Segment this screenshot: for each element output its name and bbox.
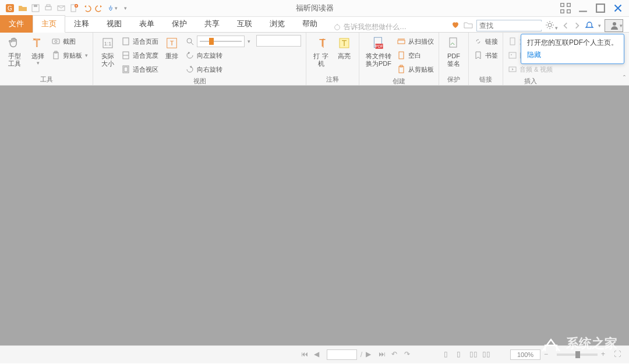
nav-fwd-icon[interactable]: ↷	[404, 350, 414, 359]
gear-icon[interactable]: ▾	[545, 20, 558, 31]
rotate-left-button[interactable]: 向左旋转	[185, 49, 250, 62]
group-insert-label: 插入	[508, 76, 553, 86]
tab-home[interactable]: 主页	[33, 15, 65, 33]
reflow-label: 重排	[165, 52, 178, 60]
nav-back-icon[interactable]: ↶	[391, 350, 401, 359]
facing-icon[interactable]: ▯▯	[469, 350, 479, 359]
group-view: 1:1 实际 大小 适合页面 适合宽度 适合视区 T 重排 ▾ 向左旋转 向右旋…	[93, 33, 306, 85]
document-canvas	[0, 86, 629, 345]
bookmark-button[interactable]: 书签	[473, 49, 498, 62]
group-create-label: 创建	[364, 76, 434, 86]
actual-size-button[interactable]: 1:1 实际 大小	[98, 35, 118, 76]
next-page-icon[interactable]: ▶	[366, 350, 375, 359]
tab-view[interactable]: 视图	[98, 15, 130, 33]
group-tools-label: 工具	[5, 74, 88, 84]
pdf-sign-button[interactable]: PDF 签名	[444, 35, 464, 74]
tab-protect[interactable]: 保护	[163, 15, 196, 33]
folder-icon[interactable]	[464, 20, 473, 31]
svg-rect-11	[561, 10, 564, 13]
link-button[interactable]: 链接	[473, 35, 498, 48]
zoom-track[interactable]	[557, 354, 598, 356]
svg-text:T: T	[170, 40, 174, 47]
bell-icon[interactable]	[585, 21, 594, 30]
mail-icon[interactable]	[56, 3, 66, 13]
highlight-button[interactable]: T 高亮	[334, 35, 354, 74]
svg-text:T: T	[342, 38, 347, 48]
group-protect: PDF 签名 保护	[439, 33, 469, 85]
redo-icon[interactable]	[94, 3, 105, 13]
svg-rect-50	[509, 52, 516, 58]
new-doc-icon[interactable]	[69, 3, 79, 13]
actual-size-label: 实际 大小	[98, 52, 118, 68]
audio-video-button[interactable]: 音频 & 视频	[508, 63, 553, 76]
tab-bar: 文件 主页 注释 视图 表单 保护 共享 互联 浏览 帮助 告诉我您想做什么… …	[0, 17, 629, 33]
group-view-label: 视图	[98, 76, 301, 86]
reflow-button[interactable]: T 重排	[162, 35, 182, 76]
from-scanner-button[interactable]: 从扫描仪	[397, 35, 434, 48]
tooltip-text: 打开您的互联PDF个人主页。	[527, 38, 618, 48]
from-clipboard-button[interactable]: 从剪贴板	[397, 63, 434, 76]
convert-to-pdf-button[interactable]: PDF 将文件转 换为PDF	[364, 35, 393, 76]
select-tool-label: 选择	[31, 52, 44, 60]
svg-rect-45	[399, 52, 404, 59]
blank-page-button[interactable]: 空白	[397, 49, 434, 62]
page-number-input[interactable]	[327, 349, 357, 360]
app-icon: G	[5, 3, 15, 13]
zoom-value[interactable]: 100%	[510, 349, 540, 360]
user-avatar[interactable]: ▾	[605, 19, 623, 32]
pdf-sign-label: PDF 签名	[444, 52, 464, 68]
fit-width-button[interactable]: 适合宽度	[121, 49, 158, 62]
svg-text:PDF: PDF	[376, 44, 383, 48]
last-page-icon[interactable]: ⏭	[379, 350, 388, 359]
snapshot-button[interactable]: 截图	[51, 35, 88, 48]
svg-rect-49	[510, 38, 515, 45]
undo-icon[interactable]	[82, 3, 92, 13]
collapse-ribbon-icon[interactable]: ˆ	[623, 75, 626, 83]
search-box[interactable]	[476, 20, 542, 31]
font-dropdown[interactable]	[256, 35, 301, 47]
prev-page-icon[interactable]: ◀	[314, 350, 323, 359]
tab-comment[interactable]: 注释	[65, 15, 98, 33]
rotate-right-button[interactable]: 向右旋转	[185, 63, 250, 76]
zoom-slider[interactable]	[197, 36, 245, 47]
group-links-label: 链接	[473, 74, 498, 84]
print-icon[interactable]	[43, 3, 54, 13]
tab-connect[interactable]: 互联	[228, 15, 261, 33]
tell-me-box[interactable]: 告诉我您想做什么…	[333, 22, 407, 32]
nav-prev-icon[interactable]	[561, 22, 570, 30]
svg-text:T: T	[319, 37, 326, 49]
nav-next-icon[interactable]	[573, 22, 581, 30]
svg-text:1:1: 1:1	[104, 41, 112, 47]
tab-form[interactable]: 表单	[130, 15, 163, 33]
svg-text:G: G	[8, 5, 12, 12]
continuous-facing-icon[interactable]: ▯▯	[482, 350, 492, 359]
touch-mode-icon[interactable]: ▾	[107, 3, 118, 13]
zoom-slider-row[interactable]: ▾	[185, 35, 250, 48]
close-icon[interactable]	[612, 3, 624, 13]
save-icon[interactable]	[30, 3, 41, 13]
first-page-icon[interactable]: ⏮	[301, 350, 310, 359]
fit-visible-button[interactable]: 适合视区	[121, 63, 158, 76]
group-tools: 手型 工具 T 选择▾ 截图 剪贴板▾ 工具	[0, 33, 93, 85]
window-title: 福昕阅读器	[296, 3, 334, 13]
heart-icon[interactable]	[451, 20, 460, 31]
ribbon-display-icon[interactable]	[559, 3, 572, 13]
fit-page-button[interactable]: 适合页面	[121, 35, 158, 48]
typewriter-button[interactable]: T 打 字机	[311, 35, 331, 74]
window-controls	[559, 3, 624, 13]
qat-customize-icon[interactable]: ▾	[120, 3, 130, 13]
tab-share[interactable]: 共享	[196, 15, 228, 33]
tab-browse[interactable]: 浏览	[261, 15, 294, 33]
svg-rect-4	[45, 6, 51, 10]
select-tool-button[interactable]: T 选择▾	[28, 35, 48, 74]
open-icon[interactable]	[17, 3, 28, 13]
tooltip-hide-link[interactable]: 隐藏	[527, 50, 618, 60]
maximize-icon[interactable]	[594, 3, 607, 13]
hand-tool-button[interactable]: 手型 工具	[5, 35, 24, 74]
minimize-icon[interactable]	[577, 3, 589, 13]
clipboard-button[interactable]: 剪贴板▾	[51, 49, 88, 62]
continuous-icon[interactable]: ▯	[457, 350, 466, 359]
single-page-icon[interactable]: ▯	[444, 350, 453, 359]
tab-file[interactable]: 文件	[0, 15, 33, 33]
tab-help[interactable]: 帮助	[294, 15, 326, 33]
